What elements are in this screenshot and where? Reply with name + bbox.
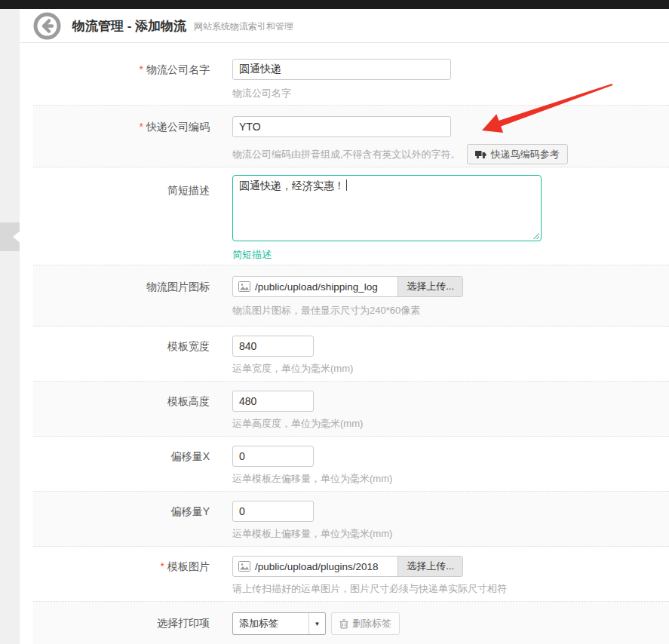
field-row-template-height: 模板高度 运单高度度，单位为毫米(mm) xyxy=(33,382,669,437)
kdniao-code-reference-button[interactable]: 快递鸟编码参考 xyxy=(467,144,568,164)
field-row-short-description: 简短描述 圆通快递，经济实惠！ 简短描述 xyxy=(33,167,669,265)
upload-path-text: /public/upload/plugins/2018 xyxy=(255,561,379,572)
field-hint: 运单宽度，单位为毫米(mm) xyxy=(232,362,669,376)
field-row-template-width: 模板宽度 运单宽度，单位为毫米(mm) xyxy=(33,327,669,382)
field-row-logo-image: 物流图片图标 /public/upload/shipping_log 选择上传.… xyxy=(33,265,669,327)
left-sidebar-strip xyxy=(0,9,20,644)
circle-arrow-left-icon xyxy=(33,12,61,40)
field-label: 模板宽度 xyxy=(167,340,210,352)
sidebar-collapse-handle[interactable] xyxy=(0,222,20,251)
field-hint: 物流公司编码由拼音组成,不得含有英文以外的字符。 xyxy=(232,148,461,161)
field-row-company-name: *物流公司名字 物流公司名字 xyxy=(33,43,669,106)
field-hint: 运单模板上偏移量，单位为毫米(mm) xyxy=(232,527,669,541)
page-header: 物流管理 - 添加物流 网站系统物流索引和管理 xyxy=(20,9,669,43)
image-icon xyxy=(238,281,250,292)
field-label: 简短描述 xyxy=(167,184,210,196)
main-content: 物流管理 - 添加物流 网站系统物流索引和管理 *物流公司名字 物流公司名字 *… xyxy=(20,9,669,644)
field-hint: 运单模板左偏移量，单位为毫米(mm) xyxy=(232,472,669,486)
template-height-input[interactable] xyxy=(232,391,314,412)
short-description-textarea[interactable]: 圆通快递，经济实惠！ xyxy=(232,175,542,241)
field-row-print-items: 选择打印项 添加标签 ▼ 删除标签 xyxy=(33,602,669,644)
required-asterisk: * xyxy=(140,63,143,75)
company-name-input[interactable] xyxy=(232,59,451,80)
template-width-input[interactable] xyxy=(232,336,314,357)
field-label: 偏移量X xyxy=(171,450,210,462)
field-label: 物流公司名字 xyxy=(146,63,210,75)
offset-y-input[interactable] xyxy=(232,501,314,522)
field-row-offset-x: 偏移量X 运单模板左偏移量，单位为毫米(mm) xyxy=(33,437,669,492)
top-black-bar xyxy=(0,0,669,9)
text-caret xyxy=(346,179,347,191)
field-hint-teal: 简短描述 xyxy=(232,248,669,262)
add-tag-select[interactable]: 添加标签 ▼ xyxy=(232,612,326,635)
required-asterisk: * xyxy=(161,560,164,572)
field-label: 物流图片图标 xyxy=(146,281,210,293)
field-label: 模板图片 xyxy=(167,560,210,572)
delete-tag-button[interactable]: 删除标签 xyxy=(331,612,400,635)
offset-x-input[interactable] xyxy=(232,446,314,467)
choose-upload-button[interactable]: 选择上传... xyxy=(397,557,462,576)
upload-path-text: /public/upload/shipping_log xyxy=(255,281,378,293)
chevron-down-icon: ▼ xyxy=(308,613,325,634)
field-label: 选择打印项 xyxy=(157,617,210,629)
field-hint: 请上传扫描好的运单图片，图片尺寸必须与快递单实际尺寸相符 xyxy=(232,582,669,596)
image-icon xyxy=(238,561,250,572)
truck-icon xyxy=(475,150,486,159)
resize-grip[interactable] xyxy=(533,233,539,239)
field-hint: 运单高度度，单位为毫米(mm) xyxy=(232,417,669,431)
page-subtitle: 网站系统物流索引和管理 xyxy=(194,18,293,33)
field-label: 快递公司编码 xyxy=(146,121,210,133)
trash-icon xyxy=(339,619,348,629)
page-title: 物流管理 - 添加物流 xyxy=(72,17,186,35)
field-row-offset-y: 偏移量Y 运单模板上偏移量，单位为毫米(mm) xyxy=(33,492,669,547)
field-hint: 物流公司名字 xyxy=(232,87,669,100)
required-asterisk: * xyxy=(140,121,143,133)
express-code-input[interactable] xyxy=(232,116,451,137)
logo-upload-control: /public/upload/shipping_log 选择上传... xyxy=(232,276,463,297)
choose-upload-button[interactable]: 选择上传... xyxy=(397,277,462,296)
field-label: 模板高度 xyxy=(167,395,210,407)
field-hint: 物流图片图标，最佳显示尺寸为240*60像素 xyxy=(232,304,669,317)
field-row-template-image: *模板图片 /public/upload/plugins/2018 选择上传..… xyxy=(33,547,669,602)
field-row-express-code: *快递公司编码 物流公司编码由拼音组成,不得含有英文以外的字符。 快递鸟编码参考 xyxy=(33,106,669,167)
template-upload-control: /public/upload/plugins/2018 选择上传... xyxy=(232,556,463,577)
back-button[interactable] xyxy=(33,12,61,40)
field-label: 偏移量Y xyxy=(171,505,210,517)
